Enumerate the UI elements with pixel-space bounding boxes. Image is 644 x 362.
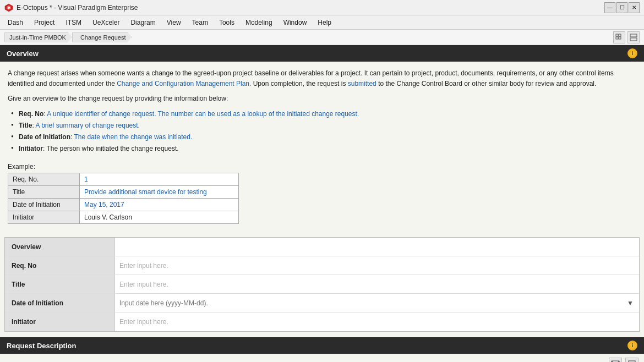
example-value-date: May 15, 2017	[80, 199, 239, 211]
form-input-cell-date[interactable]: ▼	[115, 294, 639, 312]
edit-icon-button[interactable]	[625, 358, 638, 362]
breadcrumb-bar: Just-in-Time PMBOK Change Request	[0, 30, 644, 45]
menu-team[interactable]: Team	[187, 15, 214, 29]
menu-diagram[interactable]: Diagram	[125, 15, 161, 29]
form-input-cell-title[interactable]	[115, 275, 639, 293]
breadcrumb-grid-icon[interactable]	[613, 31, 625, 43]
menu-project[interactable]: Project	[29, 15, 60, 29]
example-value-initiator: Louis V. Carlson	[80, 211, 239, 224]
title-bar-controls[interactable]: — ☐ ✕	[604, 2, 640, 13]
close-button[interactable]: ✕	[629, 2, 640, 13]
breadcrumb-icons	[613, 31, 640, 43]
form-row-date: Date of Initiation ▼	[5, 294, 639, 312]
breadcrumb-panel-icon[interactable]	[627, 31, 640, 43]
title-bar-text: E-Octopus * - Visual Paradigm Enterprise	[17, 4, 138, 12]
request-description-header: Request Description i	[0, 337, 644, 354]
form-input-cell-initiator[interactable]	[115, 312, 639, 331]
menu-itsm[interactable]: ITSM	[60, 15, 87, 29]
svg-rect-6	[619, 37, 621, 39]
title-bar: E-Octopus * - Visual Paradigm Enterprise…	[0, 0, 644, 15]
form-label-date: Date of Initiation	[5, 294, 115, 312]
svg-rect-8	[630, 38, 637, 41]
bottom-icons-bar	[0, 354, 644, 362]
request-description-icon: i	[627, 341, 637, 350]
form-input-cell-req-no[interactable]	[115, 256, 639, 275]
maximize-button[interactable]: ☐	[616, 2, 627, 13]
example-label-date: Date of Initiation	[8, 199, 80, 211]
bullet-date: Date of Initiation: The date when the ch…	[19, 132, 636, 142]
svg-rect-7	[630, 34, 637, 37]
bullet-req-no: Req. No: A unique identifier of change r…	[19, 109, 636, 119]
form-row-req-no: Req. No	[5, 256, 639, 275]
example-label-initiator: Initiator	[8, 211, 80, 224]
form-section: Overview Req. No Title Date of Initiatio…	[4, 237, 640, 332]
form-title-row: Overview	[5, 238, 639, 256]
overview-bullet-list: Req. No: A unique identifier of change r…	[8, 109, 636, 155]
req-no-input[interactable]	[119, 262, 635, 270]
menu-modeling[interactable]: Modeling	[240, 15, 278, 29]
breadcrumb-change-request[interactable]: Change Request	[72, 32, 132, 42]
menu-bar: Dash Project ITSM UeXceler Diagram View …	[0, 15, 644, 30]
overview-header-icon: i	[627, 48, 637, 58]
menu-view[interactable]: View	[161, 15, 187, 29]
main-content: Overview i A change request arises when …	[0, 45, 644, 362]
svg-point-2	[8, 7, 10, 9]
minimize-button[interactable]: —	[604, 2, 615, 13]
menu-help[interactable]: Help	[312, 15, 337, 29]
form-section-title: Overview	[5, 238, 115, 256]
example-value-title: Provide additional smart device for test…	[80, 186, 239, 199]
table-row: Date of Initiation May 15, 2017	[8, 199, 239, 211]
overview-text-area: A change request arises when someone wan…	[0, 62, 644, 163]
svg-rect-4	[619, 34, 621, 36]
form-row-initiator: Initiator	[5, 312, 639, 331]
menu-uexceler[interactable]: UeXceler	[87, 15, 125, 29]
date-dropdown-icon: ▼	[627, 299, 634, 307]
bullet-initiator: Initiator: The person who initiated the …	[19, 144, 636, 154]
initiator-input[interactable]	[119, 318, 635, 326]
form-row-title: Title	[5, 275, 639, 294]
menu-dash[interactable]: Dash	[2, 15, 29, 29]
svg-rect-3	[616, 34, 618, 36]
bullet-title: Title: A brief summary of change request…	[19, 120, 636, 131]
email-icon-button[interactable]	[609, 358, 622, 362]
menu-tools[interactable]: Tools	[214, 15, 240, 29]
table-row: Req. No. 1	[8, 173, 239, 186]
svg-rect-5	[616, 37, 618, 39]
title-input[interactable]	[119, 281, 635, 288]
form-label-req-no: Req. No	[5, 256, 115, 275]
date-input[interactable]	[119, 299, 635, 307]
overview-header-text: Overview	[7, 50, 39, 58]
form-label-title: Title	[5, 275, 115, 293]
example-label-req: Req. No.	[8, 173, 80, 186]
menu-window[interactable]: Window	[278, 15, 313, 29]
overview-section-header: Overview i	[0, 45, 644, 62]
example-label-title: Title	[8, 186, 80, 199]
breadcrumb-pmbok[interactable]: Just-in-Time PMBOK	[4, 32, 72, 42]
app-icon	[4, 3, 13, 12]
request-description-text: Request Description	[7, 342, 76, 350]
example-label: Example:	[8, 163, 636, 171]
overview-paragraph: A change request arises when someone wan…	[8, 68, 636, 89]
table-row: Initiator Louis V. Carlson	[8, 211, 239, 224]
table-row: Title Provide additional smart device fo…	[8, 186, 239, 199]
form-label-initiator: Initiator	[5, 312, 115, 331]
overview-intro: Give an overview to the change request b…	[8, 94, 636, 104]
example-table: Req. No. 1 Title Provide additional smar…	[8, 173, 239, 224]
example-section: Example: Req. No. 1 Title Provide additi…	[0, 163, 644, 232]
breadcrumb: Just-in-Time PMBOK Change Request	[4, 32, 132, 42]
example-value-req: 1	[80, 173, 239, 186]
